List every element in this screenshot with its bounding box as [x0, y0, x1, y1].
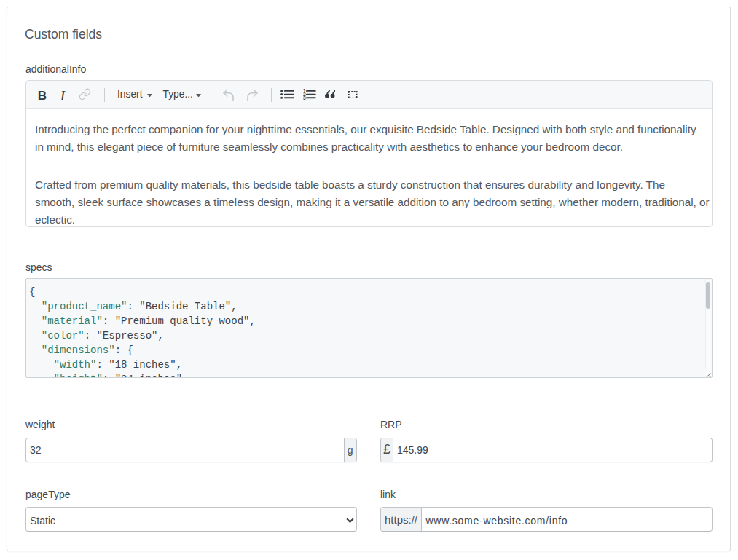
svg-text:3: 3	[303, 95, 306, 100]
